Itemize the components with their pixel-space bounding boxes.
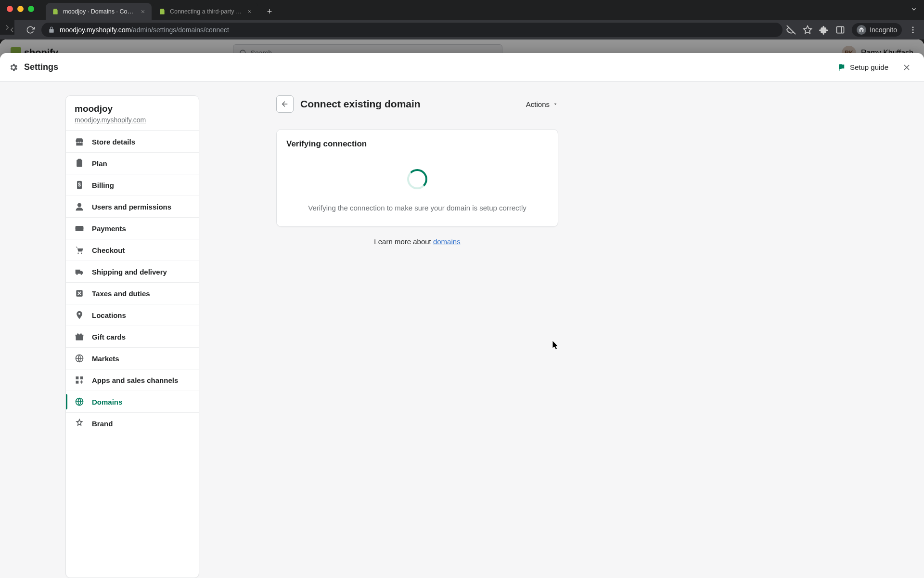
forward-nav-icon[interactable] [0, 20, 14, 35]
locations-icon [75, 310, 84, 320]
tab-close-icon[interactable] [140, 9, 146, 14]
store-info: moodjoy moodjoy.myshopify.com [66, 96, 199, 131]
tabs-dropdown-icon[interactable] [911, 6, 917, 13]
sidebar-item-label: Markets [92, 355, 119, 363]
svg-point-27 [78, 313, 80, 315]
settings-header: Settings Setup guide [0, 53, 924, 82]
sidebar-item-locations[interactable]: Locations [66, 304, 199, 326]
caret-down-icon [552, 101, 558, 107]
page-title: Connect existing domain [300, 98, 519, 110]
svg-rect-6 [837, 26, 844, 33]
sidebar-item-payments[interactable]: Payments [66, 218, 199, 239]
browser-url-bar: moodjoy.myshopify.com/admin/settings/dom… [0, 20, 924, 39]
sidebar-item-shipping[interactable]: Shipping and delivery [66, 261, 199, 283]
sidebar-item-billing[interactable]: $ Billing [66, 174, 199, 196]
brand-icon [75, 419, 84, 428]
svg-point-22 [77, 252, 79, 254]
sidebar-item-label: Plan [92, 159, 107, 168]
browser-tab[interactable]: moodjoy · Domains · Connect e [46, 3, 152, 20]
sidebar-item-gift[interactable]: Gift cards [66, 326, 199, 348]
extensions-icon[interactable] [819, 25, 829, 35]
loading-spinner-icon [407, 169, 427, 189]
new-tab-button[interactable]: + [262, 4, 277, 19]
svg-rect-16 [78, 159, 81, 160]
svg-text:$: $ [78, 182, 81, 187]
store-name: moodjoy [75, 104, 190, 114]
sidebar-item-label: Checkout [92, 246, 125, 254]
verifying-text: Verifying the connection to make sure yo… [308, 204, 526, 212]
tab-favicon [51, 8, 59, 15]
svg-rect-28 [76, 336, 83, 340]
svg-rect-29 [76, 335, 84, 336]
svg-rect-21 [76, 227, 84, 229]
svg-rect-15 [77, 160, 82, 167]
plan-icon [75, 158, 84, 168]
svg-rect-31 [76, 377, 79, 380]
eye-off-icon[interactable] [786, 25, 796, 35]
reload-icon[interactable] [23, 23, 38, 37]
close-panel-button[interactable] [898, 61, 915, 74]
sidebar-item-store[interactable]: Store details [66, 131, 199, 153]
sidebar-item-label: Shipping and delivery [92, 268, 167, 276]
close-window-icon[interactable] [7, 6, 13, 12]
sidebar-item-label: Domains [92, 398, 122, 406]
main-content: Connect existing domain Actions Verifyin… [276, 95, 558, 578]
settings-panel: Settings Setup guide moodjoy [0, 53, 924, 578]
sidebar-item-label: Apps and sales channels [92, 376, 178, 384]
sidebar-item-brand[interactable]: Brand [66, 413, 199, 434]
sidebar-item-domains[interactable]: Domains [66, 391, 199, 413]
sidebar-item-label: Payments [92, 224, 126, 233]
svg-marker-5 [804, 26, 812, 34]
gear-icon [9, 63, 18, 72]
gift-icon [75, 332, 84, 342]
checkout-icon [75, 245, 84, 255]
sidebar-item-label: Gift cards [92, 333, 126, 341]
sidebar-item-checkout[interactable]: Checkout [66, 239, 199, 261]
url-field[interactable]: moodjoy.myshopify.com/admin/settings/dom… [41, 23, 783, 37]
verifying-card: Verifying connection Verifying the conne… [276, 129, 558, 227]
users-icon [75, 202, 84, 211]
domains-help-link[interactable]: domains [433, 237, 461, 246]
svg-point-24 [76, 273, 77, 275]
sidebar-item-markets[interactable]: Markets [66, 348, 199, 369]
browser-tabs-bar: moodjoy · Domains · Connect e Connecting… [0, 0, 924, 20]
store-url-link[interactable]: moodjoy.myshopify.com [75, 116, 190, 124]
profile-chip[interactable]: Incognito [852, 23, 902, 37]
tab-close-icon[interactable] [247, 9, 253, 14]
sidebar-item-apps[interactable]: Apps and sales channels [66, 369, 199, 391]
sidebar-item-plan[interactable]: Plan [66, 153, 199, 174]
actions-dropdown[interactable]: Actions [526, 100, 558, 108]
back-button[interactable] [276, 95, 294, 113]
incognito-icon [857, 25, 866, 35]
domains-icon [75, 397, 84, 407]
shipping-icon [75, 267, 84, 276]
url-text: moodjoy.myshopify.com/admin/settings/dom… [60, 26, 229, 34]
page-header: Connect existing domain Actions [276, 95, 558, 113]
maximize-window-icon[interactable] [28, 6, 34, 12]
browser-tab[interactable]: Connecting a third-party doma [153, 3, 258, 20]
minimize-window-icon[interactable] [17, 6, 24, 12]
setup-guide-link[interactable]: Setup guide [837, 63, 888, 72]
store-icon [75, 137, 84, 146]
settings-sidebar: moodjoy moodjoy.myshopify.com Store deta… [65, 95, 199, 578]
tab-title: moodjoy · Domains · Connect e [63, 8, 136, 15]
taxes-icon [75, 289, 84, 298]
sidebar-item-label: Brand [92, 420, 113, 428]
apps-icon [75, 375, 84, 385]
macos-window-controls [7, 6, 34, 12]
markets-icon [75, 354, 84, 363]
sidebar-item-users[interactable]: Users and permissions [66, 196, 199, 218]
tab-favicon [158, 8, 166, 15]
svg-rect-33 [76, 381, 79, 384]
sidebar-item-label: Taxes and duties [92, 289, 150, 298]
browser-menu-icon[interactable] [909, 26, 917, 34]
flag-icon [837, 63, 846, 72]
sidebar-item-label: Locations [92, 311, 126, 319]
lock-icon [48, 26, 55, 33]
svg-rect-32 [80, 377, 83, 380]
svg-point-9 [912, 29, 914, 31]
sidebar-item-taxes[interactable]: Taxes and duties [66, 283, 199, 304]
sidebar-item-label: Store details [92, 138, 135, 146]
bookmark-star-icon[interactable] [803, 25, 812, 35]
side-panel-icon[interactable] [835, 25, 845, 35]
